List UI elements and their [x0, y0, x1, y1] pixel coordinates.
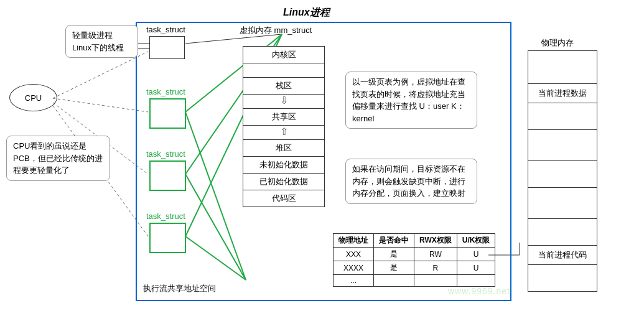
mm-arrow-up	[243, 125, 325, 140]
bubble-fault-text: 如果在访问期间，目标资源不在内存，则会触发缺页中断，进行内存分配，页面换入，建立…	[352, 164, 465, 198]
mm-region-stack: 栈区	[243, 77, 325, 95]
phys-seg	[528, 264, 597, 292]
pt-h1: 是否命中	[374, 234, 414, 248]
exec-shared-label: 执行流共享地址空间	[143, 283, 216, 294]
pt-h3: U/K权限	[457, 234, 495, 248]
svg-line-1	[53, 98, 148, 112]
task-struct-box-2	[149, 160, 186, 191]
watermark: www.9969.net	[448, 286, 510, 296]
task-struct-box-0	[149, 36, 185, 59]
mm-region-text: 代码区	[243, 190, 325, 207]
bubble-cpu: CPU看到的虽说还是PCB，但已经比传统的进程要更轻量化了	[6, 136, 110, 181]
phys-seg	[528, 218, 597, 246]
task-struct-label-3: task_struct	[146, 211, 185, 221]
pt-row: XXX是RWU	[334, 248, 495, 261]
mm-arrow-down	[243, 94, 325, 109]
phys-seg	[528, 160, 597, 188]
mm-region-heap: 堆区	[243, 139, 325, 157]
phys-mem-column: 当前进程数据 当前进程代码	[528, 51, 597, 292]
mm-gap	[243, 63, 325, 78]
mm-region-shared: 共享区	[243, 108, 325, 126]
phys-mem-label: 物理内存	[541, 37, 574, 49]
mm-region-data: 已初始化数据	[243, 173, 325, 190]
task-struct-box-1	[149, 98, 186, 129]
bubble-lwp-text: 轻量级进程 Linux下的线程	[72, 30, 124, 52]
phys-seg	[528, 50, 597, 84]
page-table: 物理地址 是否命中 RWX权限 U/K权限 XXX是RWU XXXX是RU ..…	[333, 233, 495, 287]
mm-region-column: 内核区 栈区 共享区 堆区 未初始化数据 已初始化数据 代码区	[243, 47, 325, 207]
pt-row: XXXX是RU	[334, 261, 495, 275]
cpu-label: CPU	[25, 93, 42, 103]
task-struct-label-2: task_struct	[146, 149, 185, 159]
task-struct-label-1: task_struct	[146, 87, 185, 96]
diagram-title: Linux进程	[283, 6, 330, 19]
pt-h2: RWX权限	[414, 234, 457, 248]
cpu-ellipse: CPU	[9, 84, 57, 111]
phys-gap	[528, 188, 597, 219]
mm-region-bss: 未初始化数据	[243, 156, 325, 174]
bubble-lwp: 轻量级进程 Linux下的线程	[65, 25, 138, 58]
page-table-header-row: 物理地址 是否命中 RWX权限 U/K权限	[334, 234, 495, 248]
phys-code-seg: 当前进程代码	[528, 245, 597, 265]
mm-struct-label: 虚拟内存 mm_struct	[240, 25, 312, 36]
task-struct-box-3	[149, 223, 186, 253]
task-struct-label-0: task_struct	[146, 25, 185, 34]
diagram-canvas: Linux进程 轻量级进程 Linux下的线程 CPU CPU看到的虽说还是PC…	[0, 0, 644, 311]
phys-data-seg: 当前进程数据	[528, 83, 597, 103]
bubble-pte: 以一级页表为例，虚拟地址在查找页表的时候，将虚拟地址充当偏移量来进行查找 U：u…	[345, 72, 477, 129]
phys-seg	[528, 103, 597, 130]
bubble-cpu-text: CPU看到的虽说还是PCB，但已经比传统的进程要更轻量化了	[13, 141, 103, 175]
bubble-pte-text: 以一级页表为例，虚拟地址在查找页表的时候，将虚拟地址充当偏移量来进行查找 U：u…	[352, 77, 465, 123]
svg-line-0	[53, 52, 148, 98]
pt-h0: 物理地址	[334, 234, 374, 248]
phys-gap	[528, 130, 597, 161]
pt-row: ...	[334, 275, 495, 287]
bubble-fault: 如果在访问期间，目标资源不在内存，则会触发缺页中断，进行内存分配，页面换入，建立…	[345, 159, 477, 204]
mm-region-kernel: 内核区	[243, 46, 325, 63]
